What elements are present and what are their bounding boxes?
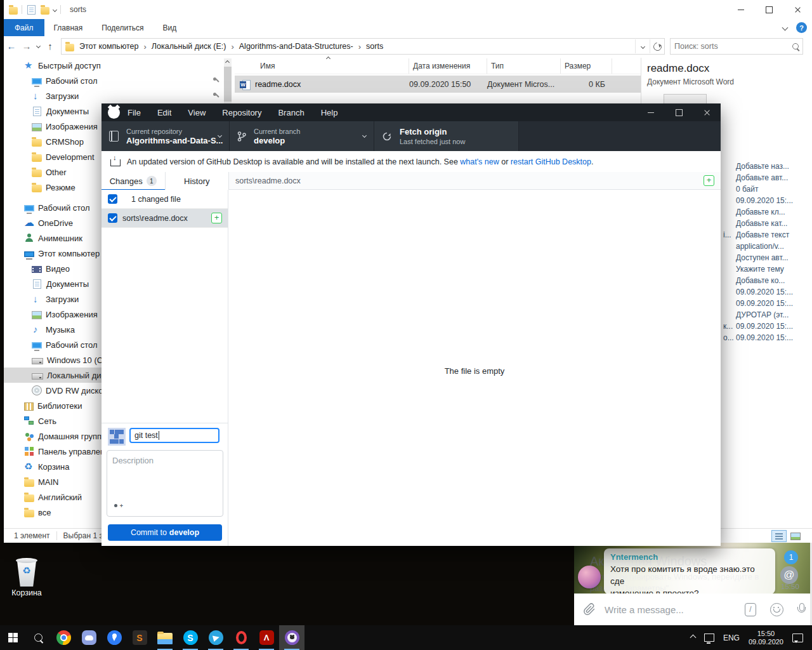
recycle-icon <box>24 461 34 472</box>
sidebar-item-label: Английский <box>38 493 82 502</box>
menu-file[interactable]: File <box>128 108 141 117</box>
tab-changes[interactable]: Changes 1 <box>102 172 166 190</box>
column-date-modified[interactable]: Дата изменения <box>409 58 487 74</box>
github-menubar: FileEditViewRepositoryBranchHelp <box>102 103 721 121</box>
changed-file-row[interactable]: sorts\readme.docx + <box>102 209 228 228</box>
breadcrumb-this-pc[interactable]: Этот компьютер <box>79 42 138 51</box>
breadcrumb-repo-folder[interactable]: Algorithms-and-Data-Structures- <box>239 42 353 51</box>
scrollbar-thumb[interactable] <box>224 67 232 102</box>
text-caret <box>159 431 159 440</box>
tray-expand-icon[interactable] <box>690 635 696 641</box>
sidebar-item[interactable]: Загрузки <box>4 88 227 103</box>
thumbnail-view-toggle[interactable] <box>788 530 803 542</box>
sidebar-item-label: Видео <box>46 264 70 274</box>
tab-view[interactable]: Вид <box>153 19 186 36</box>
select-all-checkbox[interactable] <box>108 194 117 204</box>
tab-file[interactable]: Файл <box>4 19 44 36</box>
commit-button[interactable]: Commit to develop <box>108 524 222 541</box>
search-icon[interactable] <box>792 43 799 50</box>
taskbar-github-button[interactable] <box>279 625 304 650</box>
message-input[interactable]: Write a message... <box>605 604 684 615</box>
back-button[interactable]: ← <box>4 41 19 51</box>
address-dropdown-icon[interactable] <box>635 39 650 53</box>
file-checkbox[interactable] <box>108 213 117 223</box>
fetch-origin-button[interactable]: Fetch origin Last fetched just now <box>374 121 519 151</box>
microphone-icon[interactable] <box>797 603 804 616</box>
attach-icon[interactable] <box>583 603 596 616</box>
minimize-button[interactable] <box>726 0 755 19</box>
tab-share[interactable]: Поделиться <box>92 19 153 36</box>
column-name[interactable]: Имя <box>235 58 409 74</box>
maximize-button[interactable] <box>755 0 783 19</box>
taskbar-search-button[interactable] <box>25 625 51 650</box>
column-type[interactable]: Тип <box>487 58 561 74</box>
scroll-up-icon[interactable] <box>225 60 230 65</box>
menu-edit[interactable]: Edit <box>157 108 171 117</box>
details-view-toggle[interactable] <box>771 530 787 542</box>
taskbar-discord-button[interactable] <box>76 625 102 650</box>
column-size[interactable]: Размер <box>561 58 612 74</box>
breadcrumb-drive-e[interactable]: Локальный диск (E:) <box>152 42 226 51</box>
mention-icon[interactable]: @ <box>780 566 798 584</box>
emoji-icon[interactable] <box>770 603 783 616</box>
clock[interactable]: 15:50 09.09.2020 <box>749 630 783 646</box>
taskbar-telegram-button[interactable] <box>203 625 228 650</box>
file-row-readme[interactable]: readme.docx 09.09.2020 15:50 Документ Mi… <box>235 76 641 93</box>
current-branch-button[interactable]: Current branch develop <box>230 121 374 151</box>
tab-home[interactable]: Главная <box>44 19 93 36</box>
search-input[interactable]: Поиск: sorts <box>670 38 803 55</box>
diff-panel: The file is empty <box>228 190 721 546</box>
breadcrumb-separator: › <box>358 42 361 51</box>
customize-qat-icon[interactable] <box>53 7 57 11</box>
commit-summary-input[interactable]: git test <box>129 428 219 443</box>
tab-history[interactable]: History <box>166 172 229 190</box>
sender-avatar[interactable] <box>578 566 601 588</box>
sidebar-item-label: Загрузки <box>46 295 79 304</box>
taskbar-explorer-button[interactable] <box>152 625 178 650</box>
changed-files-summary-row[interactable]: 1 changed file <box>102 190 228 209</box>
restart-link[interactable]: restart GitHub Desktop <box>511 157 591 166</box>
bot-command-icon[interactable]: / <box>745 603 756 616</box>
sidebar-item[interactable]: Рабочий стол <box>4 73 227 88</box>
user-icon <box>24 233 34 243</box>
taskbar-sublime-button[interactable]: S <box>127 625 152 650</box>
network-icon[interactable] <box>704 633 714 642</box>
forward-button[interactable]: → <box>19 41 34 51</box>
properties-icon[interactable] <box>27 5 36 15</box>
menu-help[interactable]: Help <box>321 108 338 117</box>
address-field[interactable]: Этот компьютер › Локальный диск (E:) › A… <box>61 38 665 55</box>
expand-ribbon-icon[interactable] <box>782 25 789 31</box>
folder-icon <box>32 169 42 177</box>
minimize-button[interactable] <box>637 103 665 121</box>
chrome-icon <box>56 630 71 645</box>
help-icon[interactable]: ? <box>796 22 807 33</box>
taskbar-skype-button[interactable]: S <box>178 625 203 650</box>
taskbar-opera-button[interactable] <box>228 625 254 650</box>
close-button[interactable] <box>693 103 721 121</box>
new-folder-icon[interactable] <box>41 7 49 15</box>
breadcrumb-sorts[interactable]: sorts <box>366 42 383 51</box>
details-property-value: Добавьте кл... <box>736 206 812 218</box>
menu-repository[interactable]: Repository <box>222 108 261 117</box>
up-button[interactable]: ↑ <box>43 41 58 51</box>
sidebar-item[interactable]: Быстрый доступ <box>4 58 227 73</box>
taskbar-start-button[interactable] <box>0 625 25 650</box>
current-repository-button[interactable]: Current repository Algorithms-and-Data-S… <box>102 121 230 151</box>
menu-branch[interactable]: Branch <box>278 108 304 117</box>
taskbar-maps-button[interactable] <box>102 625 127 650</box>
recent-locations-icon[interactable] <box>36 44 41 48</box>
message-bubble[interactable]: Yntermench Хотя про комитить я вроде зна… <box>604 548 775 594</box>
maximize-button[interactable] <box>665 103 693 121</box>
language-indicator[interactable]: ENG <box>723 633 740 642</box>
action-center-icon[interactable] <box>792 633 803 642</box>
commit-description-input[interactable]: Description <box>107 450 223 517</box>
menu-view[interactable]: View <box>188 108 206 117</box>
taskbar-acrobat-button[interactable]: Λ <box>254 625 279 650</box>
recycle-bin-desktop-icon[interactable]: Корзина <box>6 557 47 597</box>
taskbar-chrome-button[interactable] <box>51 625 76 650</box>
add-coauthor-icon[interactable] <box>113 504 122 511</box>
close-button[interactable] <box>783 0 812 19</box>
whats-new-link[interactable]: what's new <box>460 157 499 166</box>
refresh-icon[interactable] <box>650 39 664 53</box>
github-desktop-window: FileEditViewRepositoryBranchHelp Current… <box>102 103 721 546</box>
